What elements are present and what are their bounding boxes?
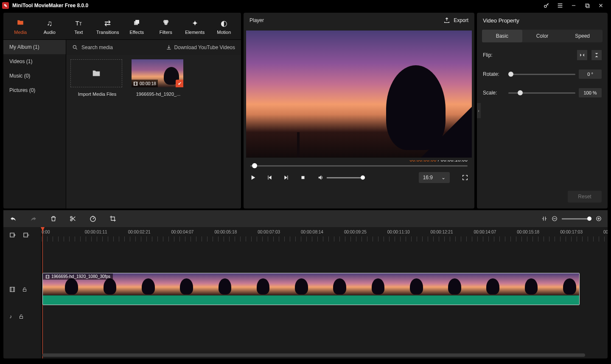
property-title: Video Property xyxy=(477,13,608,28)
close-button[interactable] xyxy=(594,0,608,11)
tab-effects[interactable]: Effects xyxy=(122,18,151,35)
zoom-out-button[interactable] xyxy=(552,216,558,222)
sidebar-item-videos[interactable]: Videos (1) xyxy=(3,54,66,69)
flip-vertical-button[interactable] xyxy=(591,50,602,60)
lock-icon[interactable] xyxy=(22,286,27,292)
remove-track-icon[interactable] xyxy=(23,232,30,239)
fit-timeline-button[interactable] xyxy=(541,216,547,222)
sidebar-item-myalbum[interactable]: My Album (1) xyxy=(3,40,66,54)
ruler-tick: 00:00:17:03 xyxy=(560,230,583,234)
timeline-ruler[interactable]: 0:0000:00:01:1100:00:02:2100:00:04:0700:… xyxy=(42,227,608,242)
license-key-icon[interactable] xyxy=(540,0,553,11)
prev-frame-button[interactable] xyxy=(266,175,276,181)
tab-color[interactable]: Color xyxy=(522,30,563,42)
play-button[interactable] xyxy=(249,174,259,181)
export-icon xyxy=(443,17,450,24)
flip-horizontal-button[interactable] xyxy=(577,50,587,60)
menu-icon[interactable] xyxy=(553,0,567,11)
svg-rect-9 xyxy=(134,82,137,85)
tab-basic[interactable]: Basic xyxy=(482,30,522,42)
speed-button[interactable] xyxy=(89,215,97,222)
tab-audio[interactable]: ♫Audio xyxy=(35,18,64,35)
scale-slider[interactable] xyxy=(508,90,575,96)
timeline-scrollbar[interactable] xyxy=(42,353,608,358)
reset-button[interactable]: Reset xyxy=(568,191,602,203)
media-grid: Import Media Files 00:00:18 ✔ xyxy=(66,55,241,208)
volume-control[interactable] xyxy=(317,174,365,181)
clip-audio-waveform xyxy=(43,295,579,305)
media-panel: Media ♫Audio TTText ⇄Transitions Effects… xyxy=(3,13,241,208)
tab-filters[interactable]: Filters xyxy=(151,18,181,35)
clip-name: 1966695-hd_1920_... xyxy=(132,92,185,97)
tab-speed[interactable]: Speed xyxy=(562,30,603,42)
ruler-tick: 00:00:05:18 xyxy=(214,230,237,234)
ruler-tick: 00:00:18:14 xyxy=(603,230,608,234)
export-button[interactable]: Export xyxy=(443,17,468,24)
seek-bar[interactable] xyxy=(250,163,468,169)
aspect-ratio-select[interactable]: 16:9 ⌄ xyxy=(419,172,450,183)
ruler-tick: 00:00:08:14 xyxy=(301,230,323,234)
next-frame-button[interactable] xyxy=(283,175,293,181)
media-sidebar: My Album (1) Videos (1) Music (0) Pictur… xyxy=(3,40,66,208)
svg-rect-21 xyxy=(10,287,15,292)
motion-icon: ◐ xyxy=(210,19,239,28)
ruler-tick: 00:00:07:03 xyxy=(258,230,280,234)
stop-button[interactable] xyxy=(300,175,310,180)
media-clip-tile[interactable]: 00:00:18 ✔ 1966695-hd_1920_... xyxy=(132,59,185,97)
lock-icon[interactable] xyxy=(19,314,24,320)
sidebar-item-music[interactable]: Music (0) xyxy=(3,69,66,83)
svg-rect-23 xyxy=(20,317,23,319)
add-track-icon[interactable] xyxy=(9,232,16,239)
search-media[interactable]: Search media xyxy=(72,44,166,50)
rotate-slider[interactable] xyxy=(508,71,575,77)
svg-rect-4 xyxy=(134,21,138,25)
tab-transitions[interactable]: ⇄Transitions xyxy=(93,18,123,35)
tab-media[interactable]: Media xyxy=(6,18,35,35)
fullscreen-button[interactable] xyxy=(462,174,468,181)
ruler-tick: 00:00:01:11 xyxy=(85,230,107,234)
ruler-tick: 00:00:14:07 xyxy=(474,230,496,234)
volume-icon xyxy=(317,174,324,181)
scale-value[interactable]: 100 % xyxy=(579,88,602,97)
preview-viewport[interactable] xyxy=(246,31,472,158)
zoom-slider[interactable] xyxy=(562,218,591,220)
rotate-value[interactable]: 0 ° xyxy=(579,69,602,79)
ruler-tick: 00:00:02:21 xyxy=(128,230,151,234)
import-media-tile[interactable]: Import Media Files xyxy=(70,59,124,97)
film-icon xyxy=(45,275,50,279)
svg-rect-24 xyxy=(46,275,49,278)
media-toolbar: Search media Download YouTube Videos xyxy=(66,40,241,55)
tab-motion[interactable]: ◐Motion xyxy=(210,18,239,35)
export-label: Export xyxy=(454,17,468,23)
svg-rect-15 xyxy=(553,218,556,219)
video-track-icon xyxy=(9,286,15,292)
download-label: Download YouTube Videos xyxy=(174,44,235,50)
crop-button[interactable] xyxy=(109,215,116,222)
folder-icon xyxy=(91,69,102,78)
redo-button[interactable] xyxy=(30,215,37,222)
timeline-clip[interactable]: 1966695-hd_1920_1080_30fps xyxy=(42,273,580,305)
collapse-handle[interactable]: › xyxy=(477,103,481,118)
maximize-button[interactable] xyxy=(580,0,594,11)
timeline: ♪ 0:0000:00:01:1100:00:02:2100:00:04:070… xyxy=(3,227,608,358)
property-tabs: Basic Color Speed xyxy=(482,30,603,42)
ruler-tick: 00:00:04:07 xyxy=(171,230,194,234)
player-title: Player xyxy=(249,17,264,23)
delete-button[interactable] xyxy=(50,215,57,222)
undo-button[interactable] xyxy=(9,215,17,222)
minimize-button[interactable] xyxy=(567,0,580,11)
aspect-value: 16:9 xyxy=(423,175,433,181)
rotate-label: Rotate: xyxy=(483,71,508,77)
zoom-in-button[interactable] xyxy=(596,216,602,222)
media-category-tabs: Media ♫Audio TTText ⇄Transitions Effects… xyxy=(3,13,241,40)
sidebar-item-pictures[interactable]: Pictures (0) xyxy=(3,83,66,97)
scale-label: Scale: xyxy=(483,90,508,96)
split-button[interactable] xyxy=(70,215,76,222)
clip-duration: 00:00:18 xyxy=(140,81,156,86)
svg-rect-18 xyxy=(598,217,599,220)
tab-text[interactable]: TTText xyxy=(64,18,93,35)
ruler-tick: 00:00:15:18 xyxy=(517,230,539,234)
tab-elements[interactable]: ✦Elements xyxy=(180,18,210,35)
download-youtube-button[interactable]: Download YouTube Videos xyxy=(166,44,235,50)
svg-point-8 xyxy=(73,45,76,48)
